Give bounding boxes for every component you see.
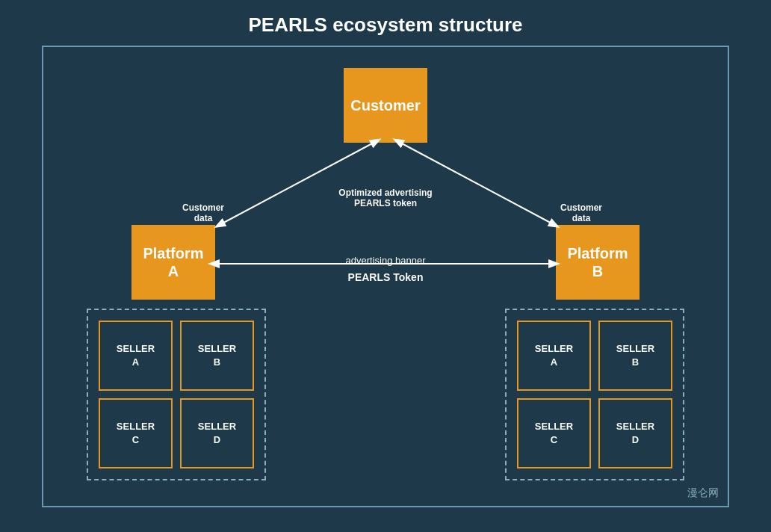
label-customer-data-right: Customerdata: [560, 202, 602, 223]
watermark: 漫仑网: [687, 486, 719, 500]
diagram-container: Customer PlatformA PlatformB SELLERA SEL…: [42, 46, 729, 507]
page-title: PEARLS ecosystem structure: [248, 13, 522, 37]
label-advertising-banner: advertising banner: [346, 255, 426, 266]
platform-b-label: PlatformB: [567, 244, 628, 280]
seller-grid-a: SELLERA SELLERB SELLERC SELLERD: [88, 310, 264, 479]
seller-b3: SELLERC: [517, 398, 591, 468]
label-pearls-token: PEARLS Token: [348, 271, 424, 283]
sellers-container-b: SELLERA SELLERB SELLERC SELLERD: [505, 309, 684, 480]
seller-a4: SELLERD: [180, 398, 254, 468]
seller-grid-b: SELLERA SELLERB SELLERC SELLERD: [507, 310, 683, 479]
platform-b-box: PlatformB: [556, 225, 640, 300]
seller-a2: SELLERB: [180, 321, 254, 391]
svg-line-0: [217, 143, 374, 226]
seller-b1: SELLERA: [517, 321, 591, 391]
seller-a3: SELLERC: [99, 398, 173, 468]
customer-box: Customer: [344, 68, 427, 143]
label-optimized-advertising: Optimized advertisingPEARLS token: [338, 188, 432, 208]
sellers-container-a: SELLERA SELLERB SELLERC SELLERD: [87, 309, 266, 480]
svg-line-1: [400, 143, 557, 226]
platform-a-box: PlatformA: [131, 225, 215, 300]
seller-b4: SELLERD: [598, 398, 672, 468]
customer-label: Customer: [350, 97, 420, 114]
platform-a-label: PlatformA: [143, 244, 203, 280]
seller-a1: SELLERA: [99, 321, 173, 391]
label-customer-data-left: Customerdata: [182, 202, 224, 223]
seller-b2: SELLERB: [598, 321, 672, 391]
